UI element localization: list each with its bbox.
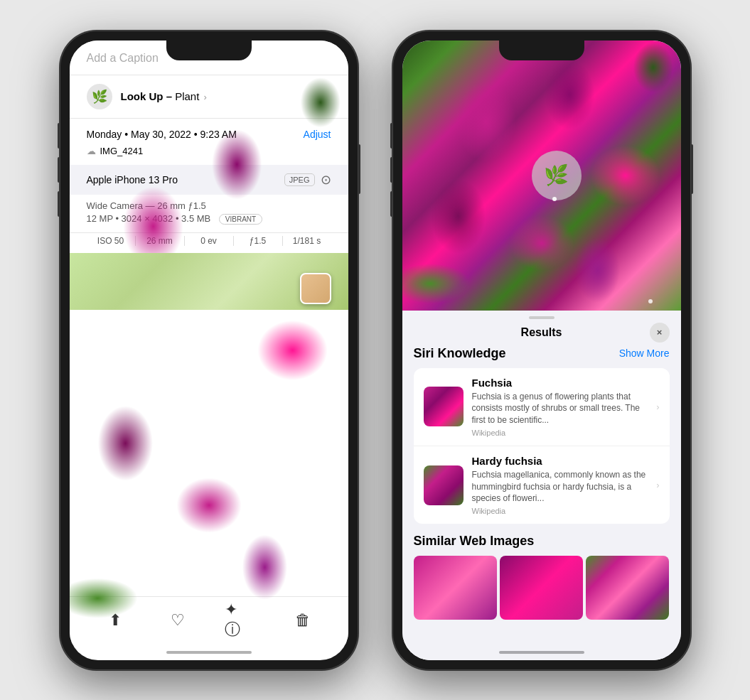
left-side-buttons: [58, 123, 60, 217]
dot-below-circle: [552, 197, 557, 201]
siri-knowledge-header: Siri Knowledge Show More: [414, 346, 670, 361]
flower-overlay: [70, 41, 348, 660]
results-close-button[interactable]: ×: [650, 323, 670, 343]
left-phone: Add a Caption 🌿 Look Up – Plant ›: [60, 31, 358, 670]
right-home-indicator: [402, 645, 681, 660]
hardy-fuchsia-description: Fuchsia magellanica, commonly known as t…: [472, 469, 648, 505]
info-button[interactable]: ✦ ⓘ: [225, 605, 256, 636]
hardy-fuchsia-name: Hardy fuchsia: [472, 455, 648, 467]
phones-container: Add a Caption 🌿 Look Up – Plant ›: [60, 31, 691, 670]
results-handle[interactable]: [402, 311, 681, 319]
hardy-fuchsia-source: Wikipedia: [472, 507, 648, 515]
lookup-leaf-icon: 🌿: [544, 163, 569, 187]
web-image-2[interactable]: [500, 556, 583, 620]
fuchsia-text: Fuchsia Fuchsia is a genus of flowering …: [472, 377, 648, 437]
similar-web-title: Similar Web Images: [414, 534, 535, 548]
map-thumbnail-photo: [300, 273, 331, 304]
web-image-3[interactable]: [586, 556, 669, 620]
show-more-button[interactable]: Show More: [619, 348, 670, 359]
fuchsia-source: Wikipedia: [472, 429, 648, 437]
fuchsia-chevron: ›: [656, 402, 659, 412]
knowledge-card: Fuchsia Fuchsia is a genus of flowering …: [414, 368, 670, 524]
right-home-bar: [499, 651, 584, 654]
hardy-fuchsia-chevron: ›: [656, 480, 659, 490]
fuchsia-description: Fuchsia is a genus of flowering plants t…: [472, 391, 648, 426]
similar-web-header: Similar Web Images: [414, 534, 670, 549]
fuchsia-thumbnail: [424, 387, 464, 426]
siri-knowledge-title: Siri Knowledge: [414, 346, 506, 361]
right-phone-left-buttons: [390, 123, 392, 217]
right-phone-screen: 🌿 Results × Siri Knowledge: [402, 41, 681, 660]
results-title: Results: [521, 326, 562, 339]
web-images-row: [414, 556, 670, 620]
right-phone: 🌿 Results × Siri Knowledge: [392, 31, 691, 670]
hardy-fuchsia-thumbnail: [424, 465, 464, 505]
knowledge-item-hardy-fuchsia[interactable]: Hardy fuchsia Fuchsia magellanica, commo…: [414, 446, 670, 524]
right-dot-indicator: [648, 299, 653, 303]
right-photo-image: 🌿: [402, 41, 681, 311]
results-content: Siri Knowledge Show More Fuchsia Fuchsia…: [402, 346, 681, 645]
web-image-1[interactable]: [414, 556, 497, 620]
knowledge-item-fuchsia[interactable]: Fuchsia Fuchsia is a genus of flowering …: [414, 368, 670, 446]
hardy-fuchsia-text: Hardy fuchsia Fuchsia magellanica, commo…: [472, 455, 648, 515]
results-header: Results ×: [402, 319, 681, 346]
home-bar: [166, 651, 252, 654]
left-phone-screen: Add a Caption 🌿 Look Up – Plant ›: [70, 41, 348, 660]
results-panel: Results × Siri Knowledge Show More: [402, 311, 681, 660]
fuchsia-name: Fuchsia: [472, 377, 648, 389]
info-button-wrapper[interactable]: ✦ ⓘ: [225, 605, 256, 636]
lookup-circle-overlay: 🌿: [532, 151, 582, 200]
map-area[interactable]: [70, 253, 348, 310]
